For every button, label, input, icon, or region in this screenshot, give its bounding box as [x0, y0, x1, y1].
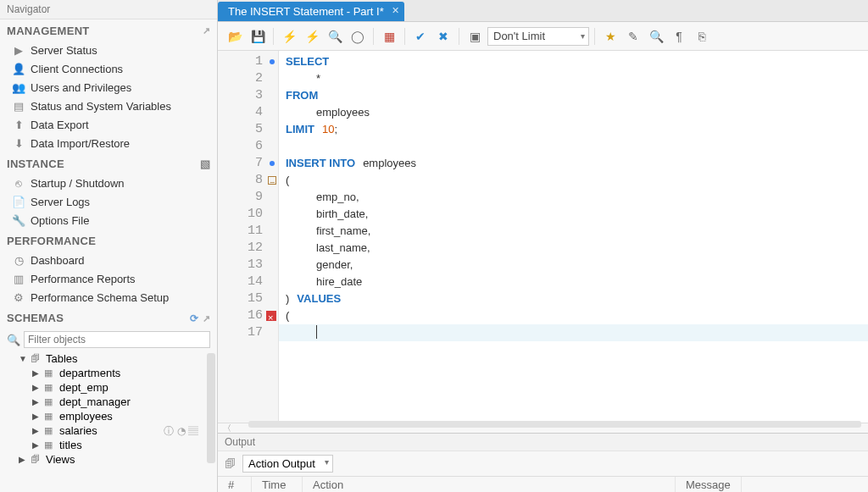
brush-icon[interactable]: ✎ [623, 26, 643, 47]
line-number: 15 [218, 290, 278, 307]
wrench-icon: 🔧 [12, 213, 25, 227]
filter-objects-input[interactable] [24, 331, 210, 348]
commit-icon[interactable]: ✔ [410, 26, 431, 47]
code-line[interactable]: gender, [279, 257, 868, 274]
code-line[interactable]: ( [279, 307, 868, 324]
code-line[interactable]: last_name, [279, 240, 868, 257]
autocommit-icon[interactable]: ▣ [465, 26, 485, 47]
expand-icon[interactable]: ↗ [203, 25, 210, 36]
code-area[interactable]: SELECT *FROM employeesLIMIT 10;INSERT IN… [279, 51, 868, 423]
sidebar-item-label: Performance Reports [31, 273, 136, 285]
search-icon: 🔍 [7, 334, 20, 346]
code-line[interactable]: LIMIT 10; [279, 121, 868, 138]
sidebar-item-performance-reports[interactable]: ▥Performance Reports [0, 269, 217, 288]
gauge-icon: ◷ [12, 253, 25, 267]
limit-select[interactable]: Don't Limit [487, 27, 589, 46]
sidebar-item-startup-shutdown[interactable]: ⎋Startup / Shutdown [0, 174, 217, 192]
line-number: 10 [218, 206, 278, 223]
views-node[interactable]: ▶ 🗐 Views [15, 452, 217, 467]
code-line[interactable]: ( [279, 172, 868, 189]
expand-icon[interactable]: ↗ [203, 313, 210, 323]
users-blue-icon: 👤 [12, 62, 25, 75]
code-line[interactable] [279, 324, 868, 341]
chevron-right-icon: ▶ [32, 383, 41, 392]
sidebar-item-label: Server Logs [31, 196, 90, 208]
code-line[interactable]: SELECT [279, 53, 868, 70]
line-number: 17 [218, 324, 278, 341]
sidebar-item-client-connections[interactable]: 👤Client Connections [0, 59, 217, 78]
code-line[interactable]: ) VALUES [279, 290, 868, 307]
code-line[interactable]: first_name, [279, 223, 868, 240]
chevron-right-icon: ▶ [32, 368, 41, 378]
chevron-right-icon: ▶ [32, 397, 41, 406]
line-gutter: 1234567891011121314151617 [218, 51, 279, 423]
sidebar-item-performance-schema-setup[interactable]: ⚙Performance Schema Setup [0, 288, 217, 307]
gear-icon[interactable]: ▧ [200, 158, 210, 170]
table-icon: ▦ [44, 425, 56, 437]
table-employees[interactable]: ▶▦employees [29, 409, 217, 423]
rollback-icon[interactable]: ✖ [433, 26, 453, 47]
chevron-right-icon: ▶ [32, 426, 41, 435]
table-dept_emp[interactable]: ▶▦dept_emp [29, 380, 217, 395]
sidebar-item-dashboard[interactable]: ◷Dashboard [0, 251, 217, 269]
output-headers: #TimeActionMessage [218, 476, 868, 492]
code-line[interactable]: INSERT INTO employees [279, 155, 868, 172]
close-icon[interactable]: ✕ [392, 5, 399, 16]
snippets-icon[interactable]: ⎘ [692, 26, 712, 47]
sidebar-item-label: Status and System Variables [31, 100, 171, 113]
sidebar-item-server-status[interactable]: ▶Server Status [0, 41, 217, 59]
execute-current-icon[interactable]: ⚡ [302, 26, 322, 47]
table-icon: ▦ [44, 396, 56, 408]
table-dept_manager[interactable]: ▶▦dept_manager [29, 395, 217, 409]
output-select[interactable]: Action Output [242, 455, 333, 473]
execute-icon[interactable]: ⚡ [279, 26, 299, 47]
save-button[interactable]: 💾 [248, 26, 268, 47]
output-col-time[interactable]: Time [252, 477, 303, 492]
code-line[interactable]: FROM [279, 87, 868, 104]
sidebar-item-label: Server Status [31, 44, 97, 57]
code-line[interactable] [279, 138, 868, 155]
open-file-button[interactable]: 📂 [225, 26, 245, 47]
line-number: 6 [218, 138, 278, 155]
line-number: 8 [218, 172, 278, 189]
sidebar-item-label: Client Connections [31, 63, 123, 75]
instance-header: INSTANCE ▧ [0, 152, 217, 174]
import-icon: ⬇ [12, 136, 25, 150]
code-line[interactable]: birth_date, [279, 206, 868, 223]
find-icon[interactable]: 🔍 [646, 26, 666, 47]
chevron-right-icon: ▶ [19, 455, 27, 464]
beautify-icon[interactable]: ★ [600, 26, 620, 47]
sidebar-item-status-and-system-variables[interactable]: ▤Status and System Variables [0, 97, 217, 115]
horizontal-scrollbar[interactable] [248, 421, 861, 428]
table-departments[interactable]: ▶▦departments [29, 366, 217, 380]
output-col-message[interactable]: Message [676, 477, 742, 492]
wrap-icon[interactable]: ¶ [669, 26, 689, 47]
code-line[interactable]: emp_no, [279, 189, 868, 206]
query-tab[interactable]: The INSERT Statement - Part I* ✕ [218, 2, 404, 21]
tables-node[interactable]: ▼ 🗐 Tables [15, 351, 217, 366]
splitter[interactable]: 〈 [218, 423, 868, 433]
sidebar-item-users-and-privileges[interactable]: 👥Users and Privileges [0, 78, 217, 97]
stop-icon[interactable]: ◯ [348, 26, 368, 47]
output-col-action[interactable]: Action [303, 477, 676, 492]
refresh-icon[interactable]: ⟳ [190, 312, 198, 324]
schema-tree[interactable]: ▼ 🗐 Tables ▶▦departments▶▦dept_emp▶▦dept… [0, 351, 217, 492]
code-line[interactable]: * [279, 70, 868, 87]
table-titles[interactable]: ▶▦titles [29, 438, 217, 452]
sidebar-item-data-import-restore[interactable]: ⬇Data Import/Restore [0, 134, 217, 152]
line-number: 2 [218, 70, 278, 87]
output-panel: Output 🗐 Action Output #TimeActionMessag… [218, 433, 868, 492]
line-number: 1 [218, 53, 278, 70]
sidebar-item-data-export[interactable]: ⬆Data Export [0, 115, 217, 134]
code-line[interactable]: hire_date [279, 274, 868, 290]
toggle-icon[interactable]: ▦ [379, 26, 399, 47]
explain-icon[interactable]: 🔍 [325, 26, 345, 47]
code-line[interactable]: employees [279, 104, 868, 121]
sql-editor[interactable]: 1234567891011121314151617 SELECT *FROM e… [218, 51, 868, 423]
scrollbar-thumb[interactable] [207, 353, 215, 463]
sidebar-item-server-logs[interactable]: 📄Server Logs [0, 192, 217, 211]
sidebar-item-options-file[interactable]: 🔧Options File [0, 211, 217, 229]
export-icon: ⬆ [12, 118, 25, 131]
output-col-#[interactable]: # [218, 477, 252, 492]
table-tools-icons[interactable]: ⓘ ◔ ▤ [164, 424, 198, 439]
